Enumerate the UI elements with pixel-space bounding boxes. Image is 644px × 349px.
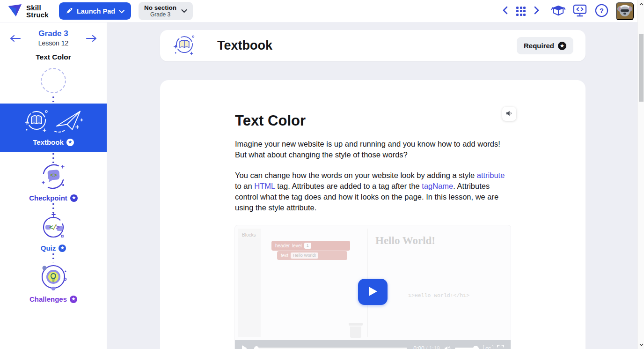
help-button[interactable]: ? xyxy=(593,3,609,19)
checkpoint-bubble-icon: <> xyxy=(40,163,67,192)
brand[interactable]: Skill Struck xyxy=(7,3,49,19)
scroll-up-arrow[interactable] xyxy=(638,1,644,7)
quiz-code-icon: < / > xyxy=(40,213,67,242)
header-block: header level 1 xyxy=(271,241,350,251)
mute-button[interactable] xyxy=(444,345,451,349)
required-badge: Required xyxy=(517,37,573,54)
activity-title: Textbook xyxy=(217,38,272,53)
apps-grid-button[interactable] xyxy=(513,3,529,19)
video-controls-bar: 0:00 / 1:19 CC xyxy=(235,340,511,349)
main-area: Textbook Required Text Color Imagine you… xyxy=(107,22,637,349)
code-monitor-icon xyxy=(573,4,587,18)
sidebar-item-checkpoint[interactable]: <> Checkpoint xyxy=(0,163,107,202)
code-editor-button[interactable] xyxy=(572,3,588,19)
prev-lesson-arrow[interactable] xyxy=(9,34,22,44)
textbook-content-card: Text Color Imagine your new website is u… xyxy=(160,80,585,349)
path-connector xyxy=(52,152,54,163)
profile-avatar[interactable] xyxy=(616,2,634,20)
rocket-icon xyxy=(66,7,73,15)
sidebar-item-label: Challenges xyxy=(29,295,67,303)
captions-button[interactable]: CC xyxy=(483,345,493,349)
page-scrollbar[interactable] xyxy=(637,0,644,349)
lesson-sidebar: Grade 3 Lesson 12 Text Color xyxy=(0,22,107,349)
path-connector xyxy=(52,202,54,213)
chevron-left-icon xyxy=(502,6,508,16)
progress-start-node xyxy=(41,68,66,93)
sidebar-item-quiz[interactable]: < / > Quiz xyxy=(0,213,107,252)
scrollbar-thumb[interactable] xyxy=(639,34,644,102)
star-icon xyxy=(59,245,66,252)
book-ring-icon xyxy=(172,33,197,59)
sidebar-item-challenges[interactable]: Challenges xyxy=(0,262,107,303)
challenges-bulb-icon xyxy=(39,262,68,293)
page-title: Text Color xyxy=(235,80,511,129)
lesson-title: Text Color xyxy=(0,53,107,61)
volume-knob[interactable] xyxy=(473,346,478,349)
next-lesson-arrow[interactable] xyxy=(85,34,97,44)
paragraph-2: You can change how the words on your web… xyxy=(235,170,512,213)
trash-icon xyxy=(349,323,363,338)
link-attribute[interactable]: attribute xyxy=(477,171,505,179)
text-block: text Hello World! xyxy=(277,251,347,260)
sidebar-item-label: Checkpoint xyxy=(29,194,67,202)
link-tagname[interactable]: tagName xyxy=(422,182,453,190)
chevron-down-icon xyxy=(181,7,187,15)
video-progress-bar[interactable] xyxy=(254,346,407,349)
help-icon: ? xyxy=(595,4,608,19)
top-navbar: Skill Struck Launch Pad No section Grade… xyxy=(0,0,644,22)
link-html[interactable]: HTML xyxy=(254,182,275,190)
paragraph-1: Imagine your new website is up and runni… xyxy=(235,139,512,160)
apps-grid-icon xyxy=(516,7,526,16)
skillstruck-logo-icon xyxy=(7,3,22,19)
launch-pad-button[interactable]: Launch Pad xyxy=(59,2,131,20)
star-icon xyxy=(70,194,78,202)
activity-header-card: Textbook Required xyxy=(160,30,585,61)
chevron-right-icon xyxy=(534,6,540,16)
courses-box-button[interactable] xyxy=(550,3,566,19)
svg-text:?: ? xyxy=(600,7,604,14)
path-connector xyxy=(52,95,54,104)
chevron-down-icon xyxy=(119,7,124,15)
section-picker-dropdown[interactable]: No section Grade 3 xyxy=(139,2,193,20)
star-icon xyxy=(70,296,77,303)
progress-knob[interactable] xyxy=(254,346,259,349)
brand-name: Skill Struck xyxy=(26,4,49,18)
textbook-ring-icon xyxy=(23,107,50,136)
controls-play-button[interactable] xyxy=(242,345,248,349)
paper-plane-doodle-icon xyxy=(53,108,84,136)
lesson-video-player: Blocks header level 1 text Hello World! … xyxy=(235,225,511,349)
path-connector xyxy=(52,252,54,262)
svg-text:<>: <> xyxy=(50,172,57,179)
package-box-icon xyxy=(551,4,565,18)
preview-code: 1>Hello World!</h1> xyxy=(408,292,469,298)
play-icon xyxy=(368,286,378,298)
star-icon xyxy=(558,42,566,50)
star-icon xyxy=(66,139,74,146)
video-play-button[interactable] xyxy=(358,279,388,305)
sidebar-item-label: Textbook xyxy=(33,138,64,146)
blocks-panel: Blocks xyxy=(238,229,261,337)
svg-text:>: > xyxy=(56,224,60,232)
sidebar-item-label: Quiz xyxy=(41,244,56,252)
koala-avatar-icon xyxy=(616,2,634,20)
prev-page-button[interactable] xyxy=(497,3,513,19)
sidebar-item-textbook[interactable]: Textbook xyxy=(0,104,107,152)
scroll-down-arrow[interactable] xyxy=(638,342,644,348)
video-time: 0:00 / 1:19 xyxy=(413,345,440,349)
preview-heading: Hello World! xyxy=(375,235,435,247)
next-page-button[interactable] xyxy=(529,3,545,19)
fullscreen-button[interactable] xyxy=(497,345,504,349)
